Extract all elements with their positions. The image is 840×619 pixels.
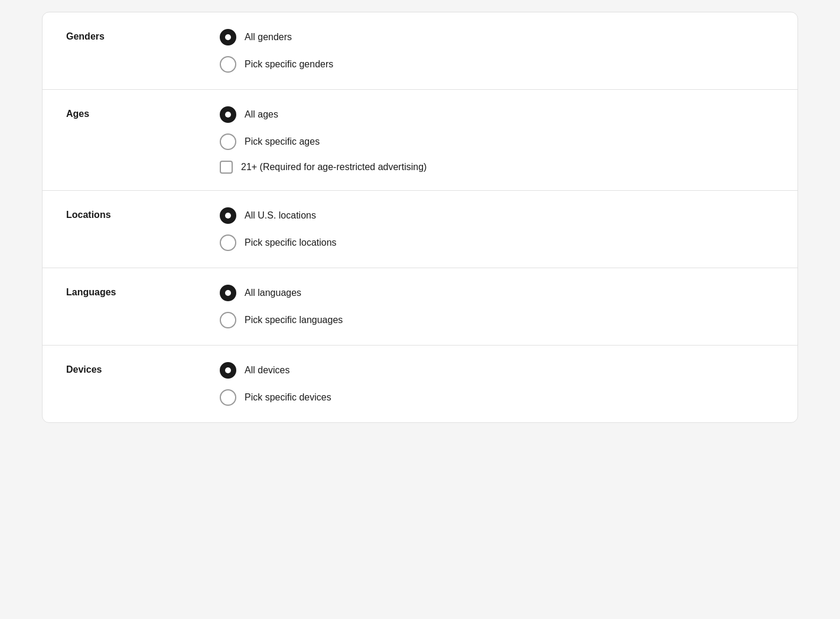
all-devices-option[interactable]: All devices	[220, 362, 331, 379]
ages-options: All ages Pick specific ages 21+ (Require…	[220, 106, 426, 174]
all-ages-option[interactable]: All ages	[220, 106, 426, 123]
all-genders-label: All genders	[245, 32, 292, 43]
pick-devices-radio[interactable]	[220, 389, 236, 406]
all-genders-option[interactable]: All genders	[220, 29, 333, 45]
all-languages-option[interactable]: All languages	[220, 285, 343, 301]
pick-devices-option[interactable]: Pick specific devices	[220, 389, 331, 406]
pick-genders-label: Pick specific genders	[245, 59, 333, 70]
age-restricted-label: 21+ (Required for age-restricted adverti…	[241, 162, 426, 172]
genders-options: All genders Pick specific genders	[220, 29, 333, 73]
pick-locations-radio[interactable]	[220, 234, 236, 251]
pick-ages-option[interactable]: Pick specific ages	[220, 133, 426, 150]
pick-locations-option[interactable]: Pick specific locations	[220, 234, 337, 251]
devices-section: Devices All devices Pick specific device…	[43, 346, 797, 422]
devices-label: Devices	[66, 362, 220, 375]
all-devices-label: All devices	[245, 365, 289, 376]
all-devices-radio[interactable]	[220, 362, 236, 379]
locations-options: All U.S. locations Pick specific locatio…	[220, 207, 337, 251]
genders-label: Genders	[66, 29, 220, 42]
all-ages-radio[interactable]	[220, 106, 236, 123]
all-locations-option[interactable]: All U.S. locations	[220, 207, 337, 224]
languages-label: Languages	[66, 285, 220, 298]
devices-options: All devices Pick specific devices	[220, 362, 331, 406]
pick-ages-radio[interactable]	[220, 133, 236, 150]
all-languages-label: All languages	[245, 288, 301, 298]
pick-devices-label: Pick specific devices	[245, 392, 331, 403]
languages-options: All languages Pick specific languages	[220, 285, 343, 328]
languages-section: Languages All languages Pick specific la…	[43, 268, 797, 346]
ages-label: Ages	[66, 106, 220, 119]
age-restricted-option[interactable]: 21+ (Required for age-restricted adverti…	[220, 161, 426, 174]
locations-section: Locations All U.S. locations Pick specif…	[43, 191, 797, 268]
genders-section: Genders All genders Pick specific gender…	[43, 12, 797, 90]
all-locations-label: All U.S. locations	[245, 210, 316, 221]
pick-languages-radio[interactable]	[220, 312, 236, 328]
ages-section: Ages All ages Pick specific ages 21+ (Re…	[43, 90, 797, 191]
all-locations-radio[interactable]	[220, 207, 236, 224]
all-ages-label: All ages	[245, 109, 278, 120]
pick-genders-radio[interactable]	[220, 56, 236, 73]
locations-label: Locations	[66, 207, 220, 220]
all-genders-radio[interactable]	[220, 29, 236, 45]
all-languages-radio[interactable]	[220, 285, 236, 301]
pick-genders-option[interactable]: Pick specific genders	[220, 56, 333, 73]
targeting-card: Genders All genders Pick specific gender…	[42, 12, 798, 423]
pick-ages-label: Pick specific ages	[245, 136, 320, 147]
pick-languages-option[interactable]: Pick specific languages	[220, 312, 343, 328]
pick-languages-label: Pick specific languages	[245, 315, 343, 325]
pick-locations-label: Pick specific locations	[245, 237, 337, 248]
age-restricted-checkbox[interactable]	[220, 161, 233, 174]
